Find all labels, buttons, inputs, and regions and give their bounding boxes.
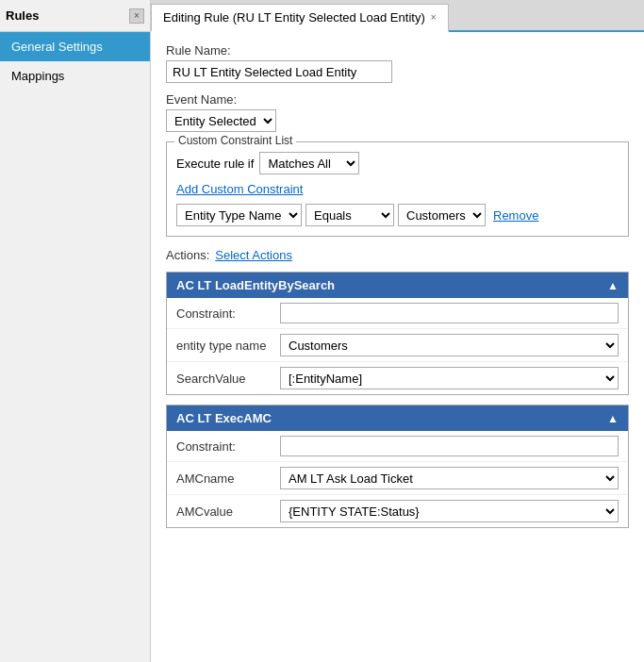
action-card-body-1: Constraint: entity type name Customers [167, 298, 628, 394]
sidebar-item-general-settings[interactable]: General Settings [0, 32, 150, 61]
constraint-input-2[interactable] [280, 436, 619, 456]
editing-rule-tab[interactable]: Editing Rule (RU LT Entity Selected Load… [151, 4, 449, 32]
rule-name-label: Rule Name: [166, 43, 629, 58]
tab-bar: Editing Rule (RU LT Entity Selected Load… [151, 0, 644, 32]
amc-name-value: AM LT Ask Load Ticket [280, 467, 619, 489]
amc-value-label: AMCvalue [176, 505, 280, 519]
action-field-search-value: SearchValue [:EntityName] [167, 362, 628, 394]
content-area: Rule Name: Event Name: Entity Selected C… [151, 32, 644, 662]
amc-name-select[interactable]: AM LT Ask Load Ticket [280, 467, 619, 489]
sidebar-header: Rules × [0, 0, 150, 32]
action-card-title-2: AC LT ExecAMC [176, 411, 272, 425]
entity-type-value: Customers [280, 334, 619, 356]
action-field-amc-value: AMCvalue {ENTITY STATE:Status} [167, 495, 628, 527]
rule-name-input[interactable] [166, 60, 392, 83]
matches-all-select[interactable]: Matches All Matches Any [259, 152, 359, 174]
action-field-amc-name: AMCname AM LT Ask Load Ticket [167, 462, 628, 495]
constraint-field-select[interactable]: Entity Type Name [176, 204, 302, 226]
sidebar-item-mappings[interactable]: Mappings [0, 61, 150, 91]
search-value-select[interactable]: [:EntityName] [280, 367, 619, 389]
action-field-entity-type: entity type name Customers [167, 329, 628, 362]
action-card-collapse-2[interactable]: ▲ [607, 412, 619, 425]
action-card-title-1: AC LT LoadEntityBySearch [176, 278, 335, 292]
constraint-row: Entity Type Name Equals Not Equals Custo… [176, 204, 619, 226]
constraint-list-legend: Custom Constraint List [174, 134, 296, 147]
event-name-select[interactable]: Entity Selected [166, 109, 276, 132]
amc-value-select[interactable]: {ENTITY STATE:Status} [280, 500, 619, 522]
action-card-exec-amc: AC LT ExecAMC ▲ Constraint: AMCname [166, 405, 629, 528]
actions-row: Actions: Select Actions [166, 248, 629, 262]
constraint-operator-select[interactable]: Equals Not Equals [305, 204, 394, 226]
action-card-header-2: AC LT ExecAMC ▲ [167, 405, 628, 431]
amc-name-label: AMCname [176, 472, 280, 486]
event-name-label: Event Name: [166, 92, 629, 107]
entity-type-label: entity type name [176, 339, 280, 353]
sidebar: Rules × General Settings Mappings [0, 0, 151, 662]
search-value-value: [:EntityName] [280, 367, 619, 389]
action-card-header-1: AC LT LoadEntityBySearch ▲ [167, 273, 628, 298]
execute-rule-if-label: Execute rule if [176, 157, 254, 171]
add-custom-constraint-link[interactable]: Add Custom Constraint [176, 182, 303, 196]
sidebar-close-button[interactable]: × [129, 8, 144, 24]
action-card-collapse-1[interactable]: ▲ [607, 279, 619, 292]
entity-type-select[interactable]: Customers [280, 334, 619, 356]
constraint-list-group: Custom Constraint List Execute rule if M… [166, 141, 629, 237]
action-card-load-entity-by-search: AC LT LoadEntityBySearch ▲ Constraint: e… [166, 272, 629, 395]
tab-close-button[interactable]: × [431, 12, 437, 23]
action-card-body-2: Constraint: AMCname AM LT Ask Load Ticke… [167, 431, 628, 527]
action-field-constraint-2: Constraint: [167, 431, 628, 462]
sidebar-title: Rules [6, 8, 39, 23]
constraint-input-1[interactable] [280, 303, 619, 323]
tab-label: Editing Rule (RU LT Entity Selected Load… [163, 10, 425, 25]
main-content: Editing Rule (RU LT Entity Selected Load… [151, 0, 644, 662]
execute-rule-row: Execute rule if Matches All Matches Any [176, 152, 619, 174]
action-field-constraint-1: Constraint: [167, 298, 628, 329]
select-actions-link[interactable]: Select Actions [215, 248, 292, 262]
constraint-value-1 [280, 303, 619, 323]
amc-value-value: {ENTITY STATE:Status} [280, 500, 619, 522]
constraint-label-1: Constraint: [176, 306, 280, 321]
actions-label: Actions: [166, 248, 209, 262]
constraint-label-2: Constraint: [176, 439, 280, 454]
search-value-label: SearchValue [176, 372, 280, 386]
remove-constraint-link[interactable]: Remove [493, 208, 538, 223]
constraint-value-select[interactable]: Customers [398, 204, 486, 226]
constraint-value-2 [280, 436, 619, 456]
